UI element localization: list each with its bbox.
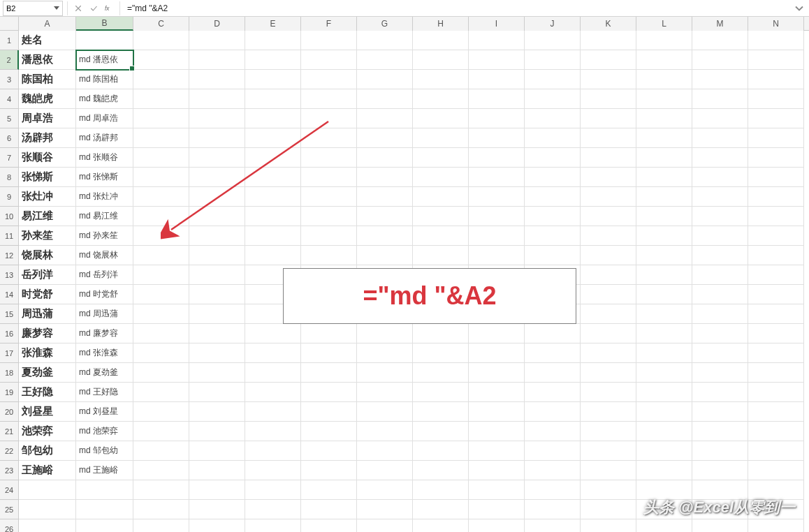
cell-D20[interactable]: [189, 402, 245, 422]
cell-J22[interactable]: [525, 441, 581, 461]
column-header-N[interactable]: N: [748, 17, 804, 31]
cell-B15[interactable]: md 周迅蒲: [76, 304, 133, 324]
cell-L1[interactable]: [636, 31, 692, 50]
cell-F10[interactable]: [301, 207, 357, 226]
cell-G1[interactable]: [357, 31, 413, 50]
cell-I17[interactable]: [469, 343, 525, 363]
cell-N16[interactable]: [748, 324, 804, 343]
cell-H1[interactable]: [413, 31, 469, 50]
fx-button[interactable]: fx: [101, 1, 117, 15]
cell-C24[interactable]: [133, 480, 189, 500]
cell-J3[interactable]: [525, 70, 581, 89]
cell-E4[interactable]: [245, 89, 301, 109]
cell-E1[interactable]: [245, 31, 301, 50]
cell-K20[interactable]: [581, 402, 636, 422]
column-header-F[interactable]: F: [301, 17, 357, 31]
cell-G24[interactable]: [357, 480, 413, 500]
cell-L17[interactable]: [636, 343, 692, 363]
row-header-9[interactable]: 9: [0, 187, 19, 207]
cell-C15[interactable]: [133, 304, 189, 324]
cell-E12[interactable]: [245, 246, 301, 265]
cell-H26[interactable]: [413, 519, 469, 532]
enter-button[interactable]: [86, 1, 101, 15]
cell-E18[interactable]: [245, 363, 301, 383]
cell-B5[interactable]: md 周卓浩: [76, 109, 133, 128]
row-header-21[interactable]: 21: [0, 422, 19, 441]
cell-N7[interactable]: [748, 148, 804, 168]
cell-B3[interactable]: md 陈国柏: [76, 70, 133, 89]
cell-M12[interactable]: [692, 246, 748, 265]
cell-L4[interactable]: [636, 89, 692, 109]
cell-I1[interactable]: [469, 31, 525, 50]
cell-N6[interactable]: [748, 128, 804, 148]
cell-B16[interactable]: md 廉梦容: [76, 324, 133, 343]
column-header-D[interactable]: D: [189, 17, 245, 31]
cell-B2[interactable]: md 潘恩依: [76, 50, 133, 70]
cell-D4[interactable]: [189, 89, 245, 109]
cell-D6[interactable]: [189, 128, 245, 148]
row-header-20[interactable]: 20: [0, 402, 19, 422]
cell-L7[interactable]: [636, 148, 692, 168]
cell-K5[interactable]: [581, 109, 636, 128]
cell-M10[interactable]: [692, 207, 748, 226]
cell-G20[interactable]: [357, 402, 413, 422]
cell-J1[interactable]: [525, 31, 581, 50]
cell-K3[interactable]: [581, 70, 636, 89]
cell-M9[interactable]: [692, 187, 748, 207]
cell-A26[interactable]: [19, 519, 76, 532]
cell-N9[interactable]: [748, 187, 804, 207]
cell-K15[interactable]: [581, 304, 636, 324]
cell-H6[interactable]: [413, 128, 469, 148]
row-header-1[interactable]: 1: [0, 31, 19, 50]
cell-C17[interactable]: [133, 343, 189, 363]
cell-K6[interactable]: [581, 128, 636, 148]
cell-D11[interactable]: [189, 226, 245, 246]
column-header-J[interactable]: J: [525, 17, 581, 31]
column-header-I[interactable]: I: [469, 17, 525, 31]
cell-C26[interactable]: [133, 519, 189, 532]
cell-A7[interactable]: 张顺谷: [19, 148, 76, 168]
cell-J5[interactable]: [525, 109, 581, 128]
cell-D5[interactable]: [189, 109, 245, 128]
cell-G12[interactable]: [357, 246, 413, 265]
cell-J11[interactable]: [525, 226, 581, 246]
cell-M7[interactable]: [692, 148, 748, 168]
name-box[interactable]: B2: [3, 1, 63, 16]
cell-A22[interactable]: 邹包幼: [19, 441, 76, 461]
cell-J9[interactable]: [525, 187, 581, 207]
cell-G19[interactable]: [357, 383, 413, 402]
cell-L21[interactable]: [636, 422, 692, 441]
cell-M11[interactable]: [692, 226, 748, 246]
cell-A6[interactable]: 汤辟邦: [19, 128, 76, 148]
cell-M26[interactable]: [692, 519, 748, 532]
cell-G6[interactable]: [357, 128, 413, 148]
row-header-22[interactable]: 22: [0, 441, 19, 461]
cell-K14[interactable]: [581, 285, 636, 304]
cell-E5[interactable]: [245, 109, 301, 128]
cell-F7[interactable]: [301, 148, 357, 168]
cell-M22[interactable]: [692, 441, 748, 461]
cell-K26[interactable]: [581, 519, 636, 532]
row-header-24[interactable]: 24: [0, 480, 19, 500]
row-header-13[interactable]: 13: [0, 265, 19, 285]
cell-H20[interactable]: [413, 402, 469, 422]
cell-L16[interactable]: [636, 324, 692, 343]
cell-N19[interactable]: [748, 383, 804, 402]
row-header-14[interactable]: 14: [0, 285, 19, 304]
cell-L23[interactable]: [636, 461, 692, 480]
cell-B22[interactable]: md 邹包幼: [76, 441, 133, 461]
spreadsheet-grid[interactable]: ABCDEFGHIJKLMN 1姓名2潘恩依md 潘恩依3陈国柏md 陈国柏4魏…: [0, 17, 809, 532]
cell-N1[interactable]: [748, 31, 804, 50]
cell-D14[interactable]: [189, 285, 245, 304]
cell-F19[interactable]: [301, 383, 357, 402]
cell-L11[interactable]: [636, 226, 692, 246]
cell-D3[interactable]: [189, 70, 245, 89]
cell-N3[interactable]: [748, 70, 804, 89]
cell-K22[interactable]: [581, 441, 636, 461]
cell-C18[interactable]: [133, 363, 189, 383]
cell-I2[interactable]: [469, 50, 525, 70]
cell-G10[interactable]: [357, 207, 413, 226]
cell-G9[interactable]: [357, 187, 413, 207]
cell-E22[interactable]: [245, 441, 301, 461]
column-header-L[interactable]: L: [636, 17, 692, 31]
